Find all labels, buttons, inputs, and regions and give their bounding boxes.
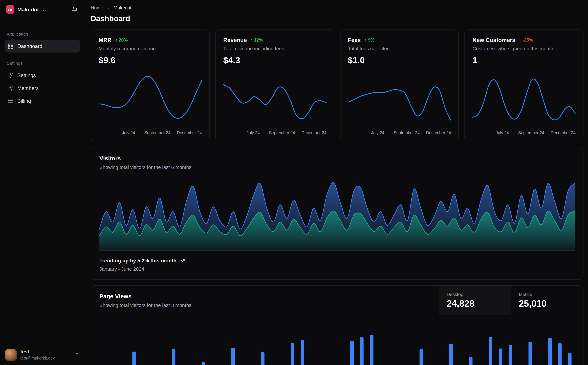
visitors-card: Visitors Showing total visitors for the …	[91, 147, 583, 280]
sidebar-header: m Makerkit	[0, 0, 85, 17]
sparkline-axis	[223, 127, 326, 127]
sidebar-item-billing[interactable]: Billing	[5, 94, 80, 107]
visitors-area-chart	[99, 176, 575, 251]
visitors-subtitle: Showing total visitors for the last 6 mo…	[99, 164, 575, 170]
mobile-stat-label: Mobile	[519, 292, 576, 297]
trend-badge: ↓ -25%	[519, 37, 533, 42]
stat-value: $9.6	[99, 55, 202, 65]
gear-icon	[8, 72, 14, 78]
stat-card-revenue: Revenue ↑ 12% Total revenue including fe…	[215, 29, 334, 141]
stat-title: Fees	[348, 37, 361, 43]
x-axis-label: July 24	[247, 130, 260, 135]
makerkit-logo-icon: m	[6, 5, 14, 14]
sidebar-item-dashboard[interactable]: Dashboard	[5, 40, 80, 53]
visitors-area-chart-container	[99, 176, 575, 251]
sidebar-item-members[interactable]: Members	[5, 82, 80, 94]
stat-subtitle: Total revenue including fees	[223, 46, 326, 51]
trend-value: 12%	[254, 37, 263, 42]
sparkline-x-labels: July 24 September 24 December 24	[99, 130, 202, 136]
trend-value: 20%	[119, 37, 128, 42]
user-menu[interactable]: test test@makerkit.dev	[0, 344, 85, 365]
stat-subtitle: Customers who signed up this month	[472, 46, 575, 51]
stat-subtitle: Monthly recurring revenue	[99, 46, 202, 51]
page-views-title: Page Views	[99, 293, 430, 300]
breadcrumb-home-link[interactable]: Home	[91, 5, 103, 11]
chevrons-up-down-icon	[74, 352, 79, 357]
sidebar-item-label: Members	[17, 85, 39, 91]
x-axis-label: December 24	[426, 130, 451, 135]
sparkline-container: July 24 September 24 December 24	[223, 68, 326, 136]
x-axis-label: September 24	[518, 130, 544, 135]
users-icon	[8, 85, 14, 91]
stat-card-fees: Fees ↑ 9% Total fees collected $1.0 July…	[340, 29, 459, 141]
stat-title: New Customers	[472, 37, 515, 43]
sparkline-axis	[472, 127, 575, 127]
x-axis-label: July 24	[122, 130, 135, 135]
x-axis-label: December 24	[551, 130, 576, 135]
trend-badge: ↑ 12%	[251, 37, 263, 42]
x-axis-label: September 24	[394, 130, 420, 135]
user-email: test@makerkit.dev	[20, 355, 55, 361]
stat-subtitle: Total fees collected	[348, 46, 451, 51]
sparkline-container: July 24 September 24 December 24	[99, 68, 202, 136]
credit-card-icon	[8, 98, 14, 104]
sidebar-item-label: Settings	[17, 72, 36, 78]
trend-value: 9%	[368, 37, 375, 42]
page-views-header: Page Views Showing total visitors for th…	[91, 286, 583, 315]
chevron-right-icon	[106, 6, 111, 10]
nav-section-settings: Settings Settings Members	[5, 61, 80, 107]
desktop-stat-toggle[interactable]: Desktop 24,828	[439, 286, 511, 315]
sidebar-nav: Application Dashboard Settings Settings	[0, 32, 85, 107]
app-root: m Makerkit Application Dashboard	[0, 0, 588, 365]
page-views-card: Page Views Showing total visitors for th…	[91, 285, 583, 365]
trend-value: -25%	[523, 37, 533, 42]
x-axis-label: July 24	[496, 130, 509, 135]
user-avatar	[5, 349, 17, 360]
stat-value: $1.0	[348, 55, 451, 65]
trend-up-icon: ↑	[365, 37, 367, 42]
x-axis-label: September 24	[269, 130, 295, 135]
x-axis-label: September 24	[144, 130, 171, 135]
nav-section-label: Settings	[5, 61, 80, 65]
nav-section-label: Application	[5, 32, 80, 36]
trend-down-icon: ↓	[519, 37, 521, 42]
page-views-subtitle: Showing total visitors for the last 3 mo…	[99, 302, 430, 308]
sidebar-item-settings[interactable]: Settings	[5, 69, 80, 82]
page-views-bar-chart-container	[99, 330, 575, 365]
stat-value: $4.3	[223, 55, 326, 65]
page-views-stat-toggles: Desktop 24,828 Mobile 25,010	[439, 286, 583, 315]
stat-card-new-customers: New Customers ↓ -25% Customers who signe…	[464, 29, 583, 141]
stat-title: MRR	[99, 37, 111, 43]
notifications-button[interactable]	[71, 6, 79, 13]
trend-badge: ↑ 9%	[365, 37, 374, 42]
fees-sparkline-chart	[348, 71, 451, 126]
stat-card-mrr: MRR ↑ 20% Monthly recurring revenue $9.6…	[91, 29, 210, 141]
sidebar: m Makerkit Application Dashboard	[0, 0, 85, 365]
x-axis-label: December 24	[177, 130, 202, 135]
mobile-stat-toggle[interactable]: Mobile 25,010	[511, 286, 583, 315]
visitors-footer: Trending up by 5.2% this month January -…	[99, 258, 575, 272]
chevrons-up-down-icon	[42, 7, 47, 12]
main-content: Home Makerkit Dashboard MRR ↑ 20% Monthl…	[85, 0, 588, 365]
trend-up-icon: ↑	[251, 37, 253, 42]
stat-title: Revenue	[223, 37, 247, 43]
sidebar-item-label: Billing	[17, 98, 31, 104]
user-meta: test test@makerkit.dev	[20, 349, 55, 361]
layout-grid-icon	[8, 43, 14, 49]
desktop-stat-value: 24,828	[447, 298, 504, 309]
visitors-period: January - June 2024	[99, 266, 575, 272]
bell-icon	[72, 7, 78, 13]
user-name: test	[20, 349, 55, 355]
breadcrumb: Home Makerkit	[91, 5, 583, 11]
sparkline-x-labels: July 24 September 24 December 24	[348, 130, 451, 136]
sparkline-axis	[348, 127, 451, 127]
page-title: Dashboard	[91, 14, 583, 23]
x-axis-label: December 24	[302, 130, 326, 135]
trend-badge: ↑ 20%	[115, 37, 128, 42]
workspace-name: Makerkit	[17, 7, 39, 13]
sparkline-x-labels: July 24 September 24 December 24	[223, 130, 326, 136]
sparkline-axis	[99, 127, 202, 127]
workspace-selector[interactable]: m Makerkit	[6, 5, 47, 14]
visitors-trend-text: Trending up by 5.2% this month	[99, 258, 176, 263]
trending-up-icon	[179, 258, 185, 263]
